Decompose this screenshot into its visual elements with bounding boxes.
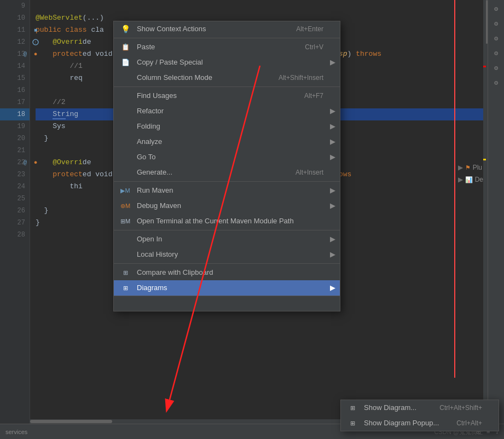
- scroll-indicator: [483, 0, 488, 439]
- at-icon-13: @: [21, 48, 30, 60]
- refactor-arrow-icon: ▶: [330, 103, 335, 119]
- struct-item-1: ▶ ⚑ Plu: [458, 161, 483, 174]
- override-gutter-icon-11: ↑: [31, 36, 40, 48]
- menu-separator-5: [114, 263, 340, 264]
- local-history-arrow-icon: ▶: [330, 247, 335, 262]
- debug-maven-arrow-icon: ▶: [330, 198, 335, 213]
- code-line-9: [36, 0, 504, 12]
- menu-item-local-history[interactable]: Local History ▶: [114, 247, 340, 262]
- menu-item-paste[interactable]: 📋 Paste Ctrl+V: [114, 39, 340, 55]
- debug-icon-23: ●: [31, 157, 40, 169]
- context-menu: 💡 Show Context Actions Alt+Enter 📋 Paste…: [113, 21, 340, 311]
- settings-icon-3[interactable]: ⚙: [490, 32, 502, 44]
- spacer-icon: [120, 73, 130, 83]
- spacer-icon-6: [120, 152, 130, 162]
- spacer-icon-7: [120, 167, 130, 177]
- spacer-icon-2: [120, 91, 130, 101]
- class-gutter-icon: ■: [31, 24, 40, 36]
- diagrams-submenu: ⊞ Show Diagram... Ctrl+Alt+Shift+ ⊞ Show…: [340, 400, 499, 431]
- h-scroll-thumb: [30, 420, 112, 423]
- menu-item-folding[interactable]: Folding ▶: [114, 119, 340, 134]
- right-sidebar: ⚙ ⚙ ⚙ ⚙ ⚙ ⚙: [488, 0, 504, 439]
- menu-separator-1: [114, 38, 340, 38]
- diagrams-arrow-icon: ▶: [330, 280, 335, 296]
- menu-item-compare-clipboard[interactable]: ⊞ Compare with Clipboard: [114, 265, 340, 280]
- menu-item-open-terminal[interactable]: ⊞M Open Terminal at the Current Maven Mo…: [114, 213, 340, 229]
- spacer-icon-9: [120, 250, 130, 259]
- menu-separator-3: [114, 181, 340, 182]
- folding-arrow-icon: ▶: [330, 119, 335, 134]
- settings-icon-6[interactable]: ⚙: [490, 77, 502, 89]
- copy-paste-icon: 📄: [120, 57, 130, 67]
- maven-terminal-icon: ⊞M: [120, 216, 130, 226]
- right-margin-line: [454, 0, 455, 378]
- at-icon-23: @: [21, 157, 30, 169]
- analyze-arrow-icon: ▶: [330, 134, 335, 149]
- settings-icon-4[interactable]: ⚙: [490, 47, 502, 59]
- paste-icon: 📋: [120, 42, 130, 52]
- maven-run-icon: ▶M: [120, 186, 130, 195]
- open-in-arrow-icon: ▶: [330, 232, 335, 247]
- spacer-icon-3: [120, 106, 130, 116]
- menu-separator-2: [114, 86, 340, 87]
- structure-panel: ▶ ⚑ Plu ▶ 📊 De: [458, 161, 483, 186]
- spacer-icon-4: [120, 122, 130, 131]
- debug-icon-13: ●: [31, 48, 40, 60]
- menu-item-go-to[interactable]: Go To ▶: [114, 149, 340, 165]
- menu-separator-4: [114, 230, 340, 230]
- goto-arrow-icon: ▶: [330, 149, 335, 165]
- maven-debug-icon: ⊛M: [120, 201, 130, 211]
- menu-item-generate[interactable]: Generate... Alt+Insert: [114, 165, 340, 180]
- diagrams-icon: ⊞: [120, 283, 130, 293]
- settings-icon-5[interactable]: ⚙: [490, 62, 502, 74]
- scroll-error-marker: [483, 66, 486, 67]
- diagram-popup-icon: ⊞: [347, 418, 357, 428]
- extra-icon: [120, 299, 130, 309]
- line-numbers-gutter: 9 10 11 12 13 14 15 16 17 18 19 20 21 22…: [0, 0, 30, 439]
- struct-item-2: ▶ 📊 De: [458, 174, 483, 186]
- menu-item-show-context-actions[interactable]: 💡 Show Context Actions Alt+Enter: [114, 21, 340, 37]
- menu-item-extra[interactable]: [114, 296, 340, 311]
- scroll-warning-marker: [483, 159, 486, 160]
- submenu-item-show-diagram-popup[interactable]: ⊞ Show Diagram Popup... Ctrl+Alt+: [341, 415, 499, 431]
- menu-item-refactor[interactable]: Refactor ▶: [114, 103, 340, 119]
- arrow-icon: ▶: [330, 55, 335, 70]
- menu-item-debug-maven[interactable]: ⊛M Debug Maven ▶: [114, 198, 340, 213]
- settings-icon-2[interactable]: ⚙: [490, 18, 502, 30]
- spacer-icon-5: [120, 137, 130, 147]
- diagram-show-icon: ⊞: [347, 403, 357, 413]
- menu-item-diagrams[interactable]: ⊞ Diagrams ▶: [114, 280, 340, 296]
- compare-icon: ⊞: [120, 268, 130, 278]
- svg-text:↑: ↑: [34, 40, 37, 45]
- menu-item-copy-paste-special[interactable]: 📄 Copy / Paste Special ▶: [114, 55, 340, 70]
- spacer-icon-8: [120, 234, 130, 244]
- horizontal-scrollbar[interactable]: [30, 419, 369, 424]
- bulb-icon: 💡: [120, 24, 130, 34]
- submenu-item-show-diagram[interactable]: ⊞ Show Diagram... Ctrl+Alt+Shift+: [341, 400, 499, 415]
- run-maven-arrow-icon: ▶: [330, 183, 335, 198]
- menu-item-find-usages[interactable]: Find Usages Alt+F7: [114, 88, 340, 103]
- menu-item-open-in[interactable]: Open In ▶: [114, 232, 340, 247]
- bottom-bar-services[interactable]: services: [5, 429, 27, 435]
- menu-item-analyze[interactable]: Analyze ▶: [114, 134, 340, 149]
- menu-item-column-selection[interactable]: Column Selection Mode Alt+Shift+Insert: [114, 70, 340, 85]
- menu-item-run-maven[interactable]: ▶M Run Maven ▶: [114, 183, 340, 198]
- settings-icon-1[interactable]: ⚙: [490, 3, 502, 15]
